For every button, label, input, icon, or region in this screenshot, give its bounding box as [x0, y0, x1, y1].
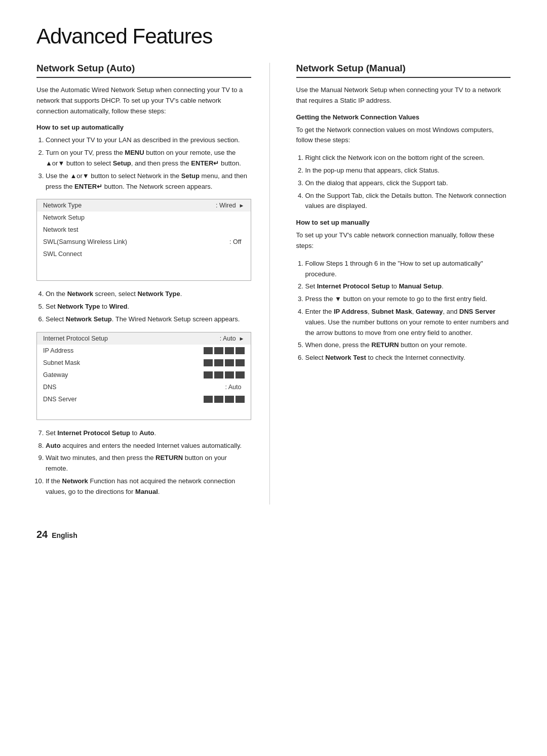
list-item: On the Network screen, select Network Ty…	[46, 289, 251, 300]
ui-box-row: Subnet Mask	[37, 357, 251, 369]
list-item: On the dialog that appears, click the Su…	[305, 178, 511, 189]
left-steps-continued: On the Network screen, select Network Ty…	[36, 289, 251, 324]
list-item: Set Internet Protocol Setup to Manual Se…	[305, 281, 511, 292]
pixel-block	[225, 396, 234, 403]
left-section-title: Network Setup (Auto)	[36, 63, 251, 78]
right-section-title: Network Setup (Manual)	[296, 63, 511, 78]
pixel-block	[204, 371, 213, 379]
footer-language: English	[52, 531, 77, 539]
pixel-block	[204, 396, 213, 403]
right-intro: Use the Manual Network Setup when connec…	[296, 85, 511, 106]
pixel-block	[236, 347, 245, 354]
pixel-block	[225, 359, 234, 366]
ui-box-row: Network test	[37, 224, 251, 236]
right-steps-get-values: Right click the Network icon on the bott…	[296, 153, 511, 212]
ui-box-row: SWL(Samsung Wireless Link) : Off	[37, 236, 251, 248]
list-item: Follow Steps 1 through 6 in the "How to …	[305, 259, 511, 280]
ui-box-row: IP Address	[37, 345, 251, 357]
network-type-ui-box: Network Type : Wired ► Network Setup Net…	[36, 199, 251, 281]
list-item: Set Network Type to Wired.	[46, 302, 251, 312]
list-item: If the Network Function has not acquired…	[46, 476, 251, 497]
pixel-block	[225, 371, 234, 379]
list-item: On the Support Tab, click the Details bu…	[305, 191, 511, 212]
list-item: Select Network Setup. The Wired Network …	[46, 314, 251, 325]
right-column: Network Setup (Manual) Use the Manual Ne…	[294, 63, 511, 505]
list-item: Press the ▼ button on your remote to go …	[305, 294, 511, 305]
pixel-block	[214, 347, 223, 354]
internet-protocol-ui-box: Internet Protocol Setup : Auto ► IP Addr…	[36, 332, 251, 420]
list-item: Set Internet Protocol Setup to Auto.	[46, 428, 251, 439]
pixel-block	[204, 359, 213, 366]
left-steps-list: Connect your TV to your LAN as described…	[36, 135, 251, 192]
ui-box-row: DNS Server	[37, 393, 251, 405]
ui-box-row: SWL Connect	[37, 248, 251, 260]
pixel-block	[236, 359, 245, 366]
left-intro: Use the Automatic Wired Network Setup wh…	[36, 85, 251, 116]
page-number: 24	[36, 529, 48, 540]
left-sub-heading-1: How to set up automatically	[36, 123, 251, 131]
right-sub-heading-1: Getting the Network Connection Values	[296, 113, 511, 121]
page-title: Advanced Features	[36, 24, 511, 49]
list-item: Wait two minutes, and then press the RET…	[46, 453, 251, 474]
ui-box-row: Gateway	[37, 369, 251, 381]
pixel-block	[225, 347, 234, 354]
list-item: When done, press the RETURN button on yo…	[305, 340, 511, 351]
left-steps-final: Set Internet Protocol Setup to Auto. Aut…	[36, 428, 251, 497]
list-item: Use the ▲or▼ button to select Network in…	[46, 171, 251, 192]
pixel-block	[214, 371, 223, 379]
pixel-block	[236, 371, 245, 379]
ui-box-row: Network Type : Wired ►	[37, 199, 251, 212]
pixel-block	[204, 347, 213, 354]
list-item: Auto acquires and enters the needed Inte…	[46, 441, 251, 451]
ui-box-row: Internet Protocol Setup : Auto ►	[37, 332, 251, 345]
list-item: Connect your TV to your LAN as described…	[46, 135, 251, 146]
ui-box-row: DNS : Auto	[37, 381, 251, 393]
list-item: In the pop-up menu that appears, click S…	[305, 165, 511, 176]
list-item: Enter the IP Address, Subnet Mask, Gatew…	[305, 307, 511, 338]
right-sub-intro-2: To set up your TV's cable network connec…	[296, 230, 511, 251]
pixel-block	[214, 396, 223, 403]
right-sub-heading-2: How to set up manually	[296, 219, 511, 226]
list-item: Turn on your TV, press the MENU button o…	[46, 148, 251, 169]
pixel-block	[236, 396, 245, 403]
ui-box-row: Network Setup	[37, 212, 251, 224]
list-item: Select Network Test to check the Interne…	[305, 353, 511, 363]
right-steps-manual: Follow Steps 1 through 6 in the "How to …	[296, 259, 511, 363]
pixel-block	[214, 359, 223, 366]
page-footer: 24 English	[36, 529, 511, 540]
left-column: Network Setup (Auto) Use the Automatic W…	[36, 63, 270, 505]
right-sub-intro-1: To get the Network connection values on …	[296, 125, 511, 146]
list-item: Right click the Network icon on the bott…	[305, 153, 511, 163]
